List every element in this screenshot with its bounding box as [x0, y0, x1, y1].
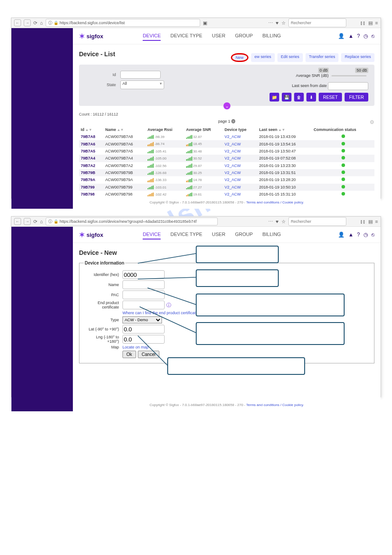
url-bar[interactable]: ⓘ 🔒 https://backend.sigfox.com/device/ne… — [46, 218, 218, 225]
user-icon[interactable]: 👤 — [338, 33, 345, 39]
logout-icon[interactable]: ⎋ — [371, 232, 374, 238]
user-icon[interactable]: 👤 — [338, 232, 345, 238]
cert-input[interactable] — [122, 301, 165, 309]
star-icon[interactable]: ☆ — [281, 219, 286, 225]
pocket-icon[interactable]: ♥ — [276, 20, 279, 25]
library-icon[interactable]: ⫿⫿ — [360, 20, 366, 25]
tab-device-type[interactable]: DEVICE TYPE — [170, 230, 202, 239]
col-header[interactable]: Average SNR — [184, 126, 223, 133]
lng-input[interactable] — [122, 335, 165, 344]
menu-icon[interactable]: ≡ — [375, 219, 378, 224]
tab-group[interactable]: GROUP — [235, 230, 252, 239]
device-type-link[interactable]: V2_ACW — [225, 163, 241, 168]
device-type-link[interactable]: V2_ACW — [225, 134, 241, 139]
device-id-link[interactable]: 79B798 — [81, 192, 95, 196]
type-select[interactable]: ACW - Demo — [122, 316, 162, 323]
reader-icon[interactable]: ▣ — [203, 20, 207, 26]
view-series-button[interactable]: ew series — [251, 53, 275, 62]
folder-icon-button[interactable]: 📁 — [270, 93, 279, 102]
pac-input[interactable] — [122, 290, 165, 299]
cancel-button[interactable]: Cancel — [138, 351, 159, 358]
tab-user[interactable]: USER — [212, 31, 226, 41]
help-icon[interactable]: ? — [357, 232, 360, 238]
search-input[interactable] — [288, 217, 346, 226]
cert-help-link[interactable]: Where can I find the end product certifi… — [122, 311, 200, 315]
forward-icon[interactable]: → — [24, 218, 31, 225]
library-icon[interactable]: ⫿⫿ — [360, 219, 366, 224]
col-header[interactable]: Device type — [223, 126, 258, 133]
new-button[interactable]: New — [231, 53, 248, 62]
star-icon[interactable]: ☆ — [281, 20, 286, 26]
name-input[interactable] — [122, 280, 165, 289]
device-id-link[interactable]: 79B7A2 — [81, 163, 95, 168]
expand-icon[interactable]: ⌄ — [223, 102, 230, 109]
delete-icon-button[interactable]: 🗑 — [294, 93, 304, 102]
col-header[interactable]: Last seen▲▼ — [257, 126, 312, 133]
export-icon-button[interactable]: ⬇ — [306, 93, 316, 102]
identifier-input[interactable] — [122, 270, 165, 279]
tab-device[interactable]: DEVICE — [143, 230, 161, 239]
next-page-icon[interactable]: › — [231, 119, 235, 123]
more-icon[interactable]: ⋯ — [268, 219, 273, 225]
device-type-link[interactable]: V2_ACW — [225, 149, 241, 153]
sidebar-icon[interactable]: ▤ — [368, 20, 373, 26]
back-icon[interactable]: ← — [14, 218, 21, 225]
globe-icon[interactable]: ◷ — [363, 232, 368, 238]
tab-billing[interactable]: BILLING — [263, 31, 281, 41]
table-row[interactable]: 79B7A4ACW0079B7A4-105.0030.52V2_ACW2018-… — [79, 155, 374, 162]
device-type-link[interactable]: V2_ACW — [225, 185, 241, 189]
table-row[interactable]: 79B79AACW0079B79A-136.3314.78V2_ACW2018-… — [79, 176, 374, 183]
device-type-link[interactable]: V2_ACW — [225, 156, 241, 160]
device-type-link[interactable]: V2_ACW — [225, 170, 241, 175]
forward-icon[interactable]: → — [24, 19, 31, 26]
device-type-link[interactable]: V2_ACW — [225, 192, 241, 196]
back-icon[interactable]: ← — [14, 19, 21, 26]
alert-icon[interactable]: ▲ — [348, 232, 353, 238]
reset-button[interactable]: RESET — [319, 93, 342, 102]
filter-button[interactable]: FILTER — [345, 93, 368, 102]
device-id-link[interactable]: 79B7A4 — [81, 156, 95, 160]
col-header[interactable]: Name▲▼ — [104, 126, 146, 133]
table-row[interactable]: 79B79BACW0079B79B-126.6830.25V2_ACW2018-… — [79, 169, 374, 176]
alert-icon[interactable]: ▲ — [348, 33, 353, 39]
search-input[interactable] — [288, 18, 346, 27]
transfer-series-button[interactable]: Transfer series — [306, 53, 339, 62]
device-id-link[interactable]: 79B79B — [81, 170, 95, 175]
device-type-link[interactable]: V2_ACW — [225, 178, 241, 182]
edit-series-button[interactable]: Edit series — [277, 53, 303, 62]
menu-icon[interactable]: ≡ — [375, 20, 378, 25]
settings-icon[interactable]: ⚙ — [370, 119, 374, 125]
tab-user[interactable]: USER — [212, 230, 226, 239]
locate-map-link[interactable]: Locate on map — [122, 345, 149, 349]
lastseen-input[interactable] — [328, 82, 368, 90]
pocket-icon[interactable]: ♥ — [276, 219, 279, 224]
tab-device[interactable]: DEVICE — [143, 31, 161, 41]
tab-device-type[interactable]: DEVICE TYPE — [170, 31, 202, 41]
device-id-link[interactable]: 79B7A8 — [81, 134, 95, 139]
table-row[interactable]: 79B798ACW0079B798-102.4219.61V2_ACW2018-… — [79, 191, 374, 198]
ok-button[interactable]: Ok — [122, 351, 136, 358]
save-icon-button[interactable]: 💾 — [282, 93, 291, 102]
device-id-link[interactable]: 79B799 — [81, 185, 95, 189]
replace-series-button[interactable]: Replace series — [341, 53, 374, 62]
url-bar[interactable]: ⓘ 🔒 https://backend.sigfox.com/device/li… — [46, 19, 200, 27]
lat-input[interactable] — [122, 325, 165, 334]
footer-links[interactable]: Terms and conditions / Cookie policy. — [246, 200, 304, 204]
sidebar-icon[interactable]: ▤ — [368, 219, 373, 225]
home-icon[interactable]: ⌂ — [40, 219, 43, 224]
device-id-link[interactable]: 79B7A6 — [81, 142, 95, 146]
device-id-link[interactable]: 79B7A5 — [81, 149, 95, 153]
info-icon[interactable]: ⓘ — [166, 302, 171, 308]
reload-icon[interactable]: ⟳ — [33, 20, 37, 26]
table-row[interactable]: 79B7A8ACW0079B7A8-98.3932.87V2_ACW2018-0… — [79, 133, 374, 140]
device-id-link[interactable]: 79B79A — [81, 178, 95, 182]
reload-icon[interactable]: ⟳ — [33, 219, 37, 225]
table-row[interactable]: 79B799ACW0079B799-103.0127.27V2_ACW2018-… — [79, 184, 374, 191]
tab-group[interactable]: GROUP — [235, 31, 252, 41]
footer-links[interactable]: Terms and conditions / Cookie policy. — [246, 403, 304, 407]
table-row[interactable]: 79B7A6ACW0079B7A6-86.7418.45V2_ACW2018-0… — [79, 140, 374, 147]
col-header[interactable]: Communication status — [312, 126, 375, 133]
more-icon[interactable]: ⋯ — [268, 20, 273, 26]
home-icon[interactable]: ⌂ — [40, 20, 43, 25]
help-icon[interactable]: ? — [357, 33, 360, 39]
